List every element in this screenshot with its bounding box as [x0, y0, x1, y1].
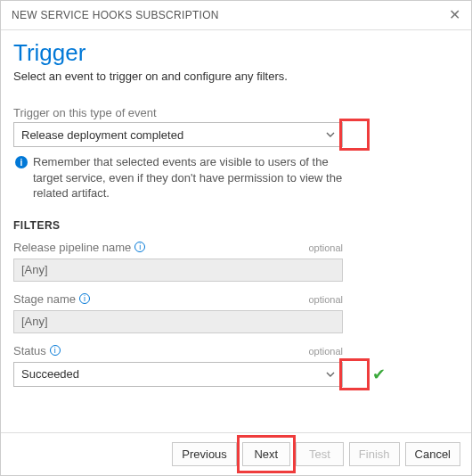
help-icon[interactable]: i — [50, 345, 61, 356]
event-type-value: Release deployment completed — [21, 128, 183, 142]
info-text: Remember that selected events are visibl… — [33, 154, 345, 201]
optional-label: optional — [308, 242, 343, 253]
page-heading: Trigger — [13, 39, 459, 67]
finish-button: Finish — [349, 442, 400, 466]
info-icon: i — [15, 156, 28, 168]
help-icon[interactable]: i — [79, 293, 90, 304]
cancel-button[interactable]: Cancel — [405, 442, 460, 466]
next-button[interactable]: Next — [242, 442, 290, 466]
check-icon: ✔ — [372, 365, 386, 384]
optional-label: optional — [308, 294, 343, 305]
help-icon[interactable]: i — [134, 242, 145, 252]
previous-button[interactable]: Previous — [172, 442, 237, 466]
highlight-status-dropdown — [339, 358, 370, 390]
status-label: Status i — [13, 344, 61, 357]
page-subtitle: Select an event to trigger on and config… — [13, 70, 459, 83]
status-select[interactable]: Succeeded — [13, 362, 343, 387]
event-type-label: Trigger on this type of event — [13, 106, 459, 119]
test-button: Test — [296, 442, 344, 466]
pipeline-input[interactable]: [Any] — [13, 259, 343, 282]
filters-heading: FILTERS — [13, 219, 459, 232]
stage-input[interactable]: [Any] — [13, 310, 343, 333]
highlight-event-dropdown — [339, 119, 370, 151]
stage-label: Stage name i — [13, 292, 90, 306]
dialog-title: NEW SERVICE HOOKS SUBSCRIPTION — [12, 9, 219, 21]
pipeline-label: Release pipeline name i — [13, 241, 145, 254]
event-type-select[interactable]: Release deployment completed — [13, 122, 343, 147]
status-value: Succeeded — [21, 367, 79, 381]
close-icon[interactable]: ✕ — [449, 8, 460, 22]
pipeline-value: [Any] — [21, 263, 48, 276]
optional-label: optional — [308, 346, 343, 357]
stage-value: [Any] — [21, 315, 48, 328]
